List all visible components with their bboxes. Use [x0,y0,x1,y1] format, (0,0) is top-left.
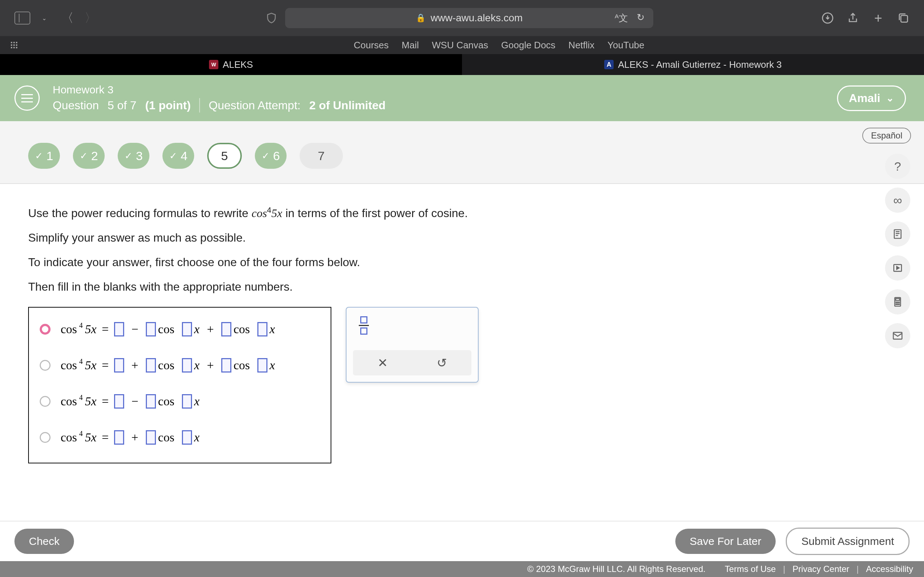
submit-assignment-button[interactable]: Submit Assignment [786,528,909,555]
clear-button[interactable]: ✕ [353,350,412,376]
question-points: (1 point) [145,99,191,112]
blank-input[interactable] [114,430,124,445]
privacy-link[interactable]: Privacy Center [793,564,849,574]
forward-button: 〉 [84,10,97,26]
question-pill-2[interactable]: ✓2 [73,143,105,169]
save-for-later-button[interactable]: Save For Later [675,529,775,554]
tab-label: ALEKS [223,59,253,70]
back-button[interactable]: 〈 [61,10,74,26]
reload-icon[interactable]: ↻ [637,12,645,24]
instruction-line-3: To indicate your answer, first choose on… [28,253,896,271]
question-pill-5[interactable]: 5 [207,143,242,169]
bookmarks-bar: Courses Mail WSU Canvas Google Docs Netf… [0,36,924,54]
help-icon[interactable]: ? [885,154,910,179]
user-name: Amali [849,92,880,105]
share-icon[interactable] [847,12,859,24]
apps-grid-icon[interactable] [11,42,17,48]
check-icon: ✓ [80,150,88,161]
language-toggle[interactable]: Español [862,128,911,143]
blank-input[interactable] [114,358,124,372]
browser-tab-2[interactable]: A ALEKS - Amali Gutierrez - Homework 3 [462,54,924,75]
translate-icon[interactable]: ᴬ文 [615,12,628,24]
option-expression: cos45x = − cos x + cos x [61,322,275,337]
bookmark-netflix[interactable]: Netflix [569,40,594,51]
blank-input[interactable] [257,358,267,372]
question-pill-3[interactable]: ✓3 [118,143,149,169]
svg-point-8 [899,302,900,303]
divider [199,98,200,113]
svg-point-6 [896,302,897,303]
question-pill-7[interactable]: 7 [300,143,343,169]
instruction-line-1: Use the power reducing formulas to rewri… [28,204,896,222]
bookmark-courses[interactable]: Courses [354,40,389,51]
tab-overview-icon[interactable] [897,12,909,24]
instruction-line-4: Then fill in the blanks with the appropr… [28,278,896,295]
radio-button[interactable] [40,396,50,407]
answer-options-box: cos45x = − cos x + cos x cos45x = + cos … [28,307,331,463]
option-1[interactable]: cos45x = − cos x + cos x [40,322,320,337]
question-pill-6[interactable]: ✓6 [255,143,287,169]
notes-icon[interactable] [885,221,910,247]
attempt-label: Question Attempt: [208,99,300,112]
address-bar[interactable]: 🔒 www-awu.aleks.com ᴬ文 ↻ [285,8,653,28]
check-button[interactable]: Check [15,529,74,554]
radio-button[interactable] [40,360,50,371]
action-bar: Check Save For Later Submit Assignment [0,521,924,561]
terms-link[interactable]: Terms of Use [725,564,775,574]
blank-input[interactable] [182,394,192,409]
radio-button[interactable] [40,324,50,335]
blank-input[interactable] [221,358,231,372]
svg-point-10 [897,304,898,305]
chevron-down-icon[interactable]: ⌄ [37,11,50,24]
privacy-shield-icon[interactable] [265,11,278,24]
question-content: ? ∞ Use the power reducing formulas to r… [0,184,924,545]
fraction-tool[interactable] [353,314,375,337]
aleks-header: Homework 3 Question 5 of 7 (1 point) Que… [0,75,924,121]
blank-input[interactable] [114,394,124,409]
new-tab-icon[interactable]: + [872,12,884,24]
read-aloud-icon[interactable]: ∞ [885,187,910,213]
check-icon: ✓ [124,150,132,161]
blank-input[interactable] [182,430,192,445]
help-sidebar: ? ∞ [885,154,910,348]
instruction-line-2: Simplify your answer as much as possible… [28,229,896,246]
video-icon[interactable] [885,255,910,280]
question-pill-1[interactable]: ✓1 [28,143,60,169]
blank-input[interactable] [257,322,267,337]
option-3[interactable]: cos45x = − cos x [40,394,320,409]
menu-button[interactable] [15,85,40,111]
sidebar-toggle-icon[interactable] [15,11,30,24]
browser-tab-strip: W ALEKS A ALEKS - Amali Gutierrez - Home… [0,54,924,75]
blank-input[interactable] [146,322,156,337]
message-icon[interactable] [885,323,910,348]
option-2[interactable]: cos45x = + cos x + cos x [40,358,320,372]
check-icon: ✓ [169,150,177,161]
copyright-text: © 2023 McGraw Hill LLC. All Rights Reser… [527,564,706,574]
svg-rect-1 [901,16,908,22]
downloads-icon[interactable] [822,12,834,24]
question-label: Question [53,99,99,112]
question-pill-4[interactable]: ✓4 [162,143,194,169]
calculator-icon[interactable] [885,289,910,314]
radio-button[interactable] [40,432,50,443]
question-nav-bar: Español ✓1 ✓2 ✓3 ✓4 5 ✓6 7 [0,121,924,184]
bookmark-wsu-canvas[interactable]: WSU Canvas [432,40,488,51]
browser-tab-1[interactable]: W ALEKS [0,54,462,75]
bookmark-mail[interactable]: Mail [402,40,419,51]
blank-input[interactable] [114,322,124,337]
option-4[interactable]: cos45x = + cos x [40,430,320,445]
user-menu[interactable]: Amali ⌄ [837,85,906,111]
blank-input[interactable] [146,394,156,409]
footer: © 2023 McGraw Hill LLC. All Rights Reser… [0,561,924,577]
blank-input[interactable] [146,430,156,445]
url-text: www-awu.aleks.com [431,12,523,24]
blank-input[interactable] [182,322,192,337]
blank-input[interactable] [221,322,231,337]
undo-button[interactable]: ↺ [412,350,472,376]
bookmark-google-docs[interactable]: Google Docs [501,40,556,51]
blank-input[interactable] [182,358,192,372]
option-expression: cos45x = − cos x [61,394,200,409]
accessibility-link[interactable]: Accessibility [866,564,913,574]
blank-input[interactable] [146,358,156,372]
bookmark-youtube[interactable]: YouTube [607,40,644,51]
